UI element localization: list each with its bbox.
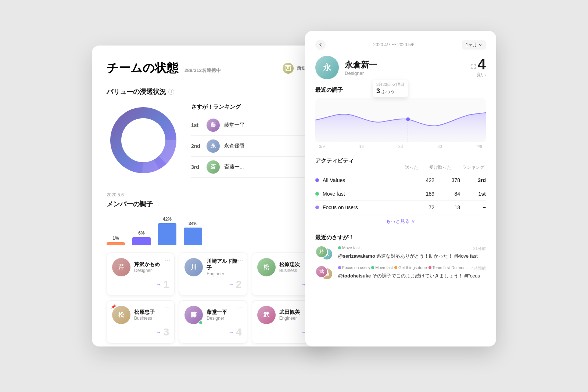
- chart-container: 3月23日 火曜日 3 ふつう: [315, 98, 486, 142]
- activity-name-focus-users: Focus on users: [323, 204, 416, 210]
- sasuga-avatars-1: 芹 永: [315, 246, 334, 260]
- value-section-title: バリューの浸透状況 i: [107, 87, 320, 96]
- rank-1-name: 藤堂一平: [224, 122, 245, 128]
- member-card-4[interactable]: 📌 ⋯ 松 松原忠子 Business → 3: [107, 300, 175, 344]
- sasuga-section: 最近のさすが！ 芹 永 Move fast 31分前: [315, 234, 486, 280]
- activity-title: アクティビティ: [315, 157, 486, 164]
- sasuga-text-1: @serizawakamo 迅速な対応ありがとう！助かった！ #Move fas…: [338, 253, 486, 259]
- rank-2-num: 2nd: [191, 143, 202, 149]
- mood-score-num: 4: [478, 57, 486, 72]
- ranking-item-3: 3rd 斎 斎藤一...: [191, 157, 320, 178]
- activity-received-move-fast: 84: [445, 191, 460, 197]
- mood-section-title: メンバーの調子: [107, 200, 320, 208]
- member-avatar-4: 松: [112, 306, 130, 324]
- sasuga-time-1: 31分前: [473, 246, 486, 251]
- activity-dot-focus-users: [315, 206, 319, 209]
- left-panel-header: チームの状態 289/312名連携中 西 西郷隆三...: [107, 60, 320, 76]
- mood-section: 2020.5.6 メンバーの調子 1% 6% 42% 34%: [107, 192, 320, 245]
- rank-3-num: 3rd: [191, 164, 202, 170]
- mood-bar-3: 42%: [158, 217, 176, 245]
- activity-col-headers: 送った 受け取った ランキング: [315, 164, 486, 171]
- donut-value: 1,287: [125, 137, 162, 150]
- member-name-3: 松原忠次: [279, 261, 300, 268]
- activity-sent-focus-users: 72: [420, 204, 434, 210]
- donut-chart: すべてのバリュー 1,287 先週比 15% ↑: [107, 104, 180, 177]
- person-avatar: 永: [315, 56, 339, 79]
- donut-sub: 先週比 15% ↑: [125, 152, 162, 158]
- sasuga-content-2: Focus on users Move fast Get things done: [338, 265, 486, 280]
- member-count: 289/312名連携中: [184, 68, 221, 73]
- member-card-1[interactable]: ⋯ 芹 芹沢かもめ Designer → 1: [107, 253, 175, 296]
- period-selector[interactable]: 1ヶ月: [462, 40, 486, 50]
- chart-x-labels: 3/9 16 23 30 4/6: [315, 142, 486, 149]
- person-info: 永倉新一 Designer: [345, 59, 377, 76]
- value-section: すべてのバリュー 1,287 先週比 15% ↑ さすが！ランキング す... …: [107, 104, 320, 178]
- expand-icon: [470, 63, 476, 69]
- member-name-1: 芹沢かもめ: [134, 261, 160, 268]
- donut-label: すべてのバリュー: [125, 123, 162, 136]
- member-name-4: 松原忠子: [134, 309, 155, 316]
- mood-date: 2020.5.6: [107, 192, 320, 197]
- page-title: チームの状態 289/312名連携中: [107, 60, 221, 76]
- mood-bar-1: 1%: [107, 236, 125, 245]
- ranking-section: さすが！ランキング す... 1st 藤 藤堂一平 2nd 永 永倉優香 3rd…: [191, 104, 320, 178]
- info-icon[interactable]: i: [168, 89, 174, 95]
- left-panel: チームの状態 289/312名連携中 西 西郷隆三... バリューの浸透状況 i: [92, 46, 334, 346]
- rank-3-avatar: 斎: [207, 160, 220, 174]
- mood-bars: 1% 6% 42% 34%: [107, 216, 320, 245]
- member-dept-2: Engineer: [207, 271, 241, 276]
- member-card-5[interactable]: ⋯ 藤 藤堂一平 Designer → 4: [179, 300, 247, 344]
- sasuga-content-1: Move fast 31分前 @serizawakamo 迅速な対応ありがとう！…: [338, 246, 486, 260]
- member-name-6: 武田観美: [279, 309, 300, 316]
- activity-received-all-values: 378: [445, 177, 460, 183]
- member-avatar-3: 松: [257, 258, 276, 276]
- sasuga-item-2: 武 藤 Focus on users Move fast: [315, 265, 486, 280]
- sasuga-avatars-2: 武 藤: [315, 265, 334, 280]
- sasuga-text-2: @todoheisuke その調子でこのまま続けていきましょう！ #Focus: [338, 273, 486, 279]
- activity-dot-all-values: [315, 178, 319, 182]
- member-dept-4: Business: [134, 316, 155, 321]
- rank-1-avatar: 藤: [207, 119, 220, 132]
- date-range: 2020.4/7 〜 2020.5/6: [373, 42, 415, 48]
- member-name-5: 藤堂一平: [207, 309, 227, 316]
- person-header: 永 永倉新一 Designer 4 良い: [315, 56, 486, 79]
- activity-rank-all-values: 3rd: [471, 177, 486, 183]
- activity-name-all-values: All Values: [323, 177, 416, 183]
- chart-tooltip: 3月23日 火曜日 3 ふつう: [373, 80, 408, 97]
- rank-1-num: 1st: [191, 122, 202, 128]
- ranking-item-2: 2nd 永 永倉優香: [191, 136, 320, 157]
- member-card-menu-4[interactable]: ⋯: [165, 304, 171, 311]
- member-card-2[interactable]: ⋯ 川 川崎アルド隆子 Engineer → 2: [179, 253, 247, 296]
- page-title-area: チームの状態 289/312名連携中: [107, 60, 221, 76]
- person-name: 永倉新一: [345, 59, 377, 70]
- activity-row-move-fast: Move fast 189 84 1st: [315, 187, 486, 201]
- activity-sent-all-values: 422: [420, 177, 434, 183]
- right-panel-header: 2020.4/7 〜 2020.5/6 1ヶ月: [315, 40, 486, 50]
- mood-bar-4: 34%: [184, 221, 202, 245]
- mood-bar-2: 6%: [132, 231, 151, 245]
- activity-row-all-values: All Values 422 378 3rd: [315, 174, 486, 187]
- rank-2-name: 永倉優香: [224, 143, 245, 149]
- donut-center: すべてのバリュー 1,287 先週比 15% ↑: [125, 123, 162, 158]
- mood-score-area: 4 良い: [470, 57, 486, 78]
- activity-more-button[interactable]: もっと見る ∨: [315, 214, 486, 228]
- activity-dot-move-fast: [315, 192, 319, 196]
- rank-3-name: 斎藤一...: [224, 164, 244, 170]
- mood-score-label: 良い: [470, 72, 486, 78]
- manager-avatar: 西: [283, 63, 294, 74]
- member-card-menu-5[interactable]: ⋯: [237, 304, 243, 311]
- ranking-item-1: 1st 藤 藤堂一平: [191, 115, 320, 136]
- rank-2-avatar: 永: [207, 139, 220, 153]
- member-dept-6: Engineer: [279, 316, 300, 321]
- mood-chart-svg: [315, 98, 486, 142]
- mood-indicator-5: [198, 320, 203, 325]
- ranking-header: さすが！ランキング す...: [191, 104, 320, 110]
- person-role: Designer: [345, 70, 377, 76]
- chart-section: 最近の調子 3月23日 火曜日 3 ふつう: [315, 87, 486, 149]
- member-card-menu-1[interactable]: ⋯: [165, 257, 171, 264]
- activity-received-focus-users: 13: [445, 204, 460, 210]
- activity-name-move-fast: Move fast: [323, 191, 416, 197]
- ranking-title: さすが！ランキング: [191, 104, 241, 110]
- member-card-menu-2[interactable]: ⋯: [237, 257, 243, 264]
- back-button[interactable]: [315, 40, 326, 50]
